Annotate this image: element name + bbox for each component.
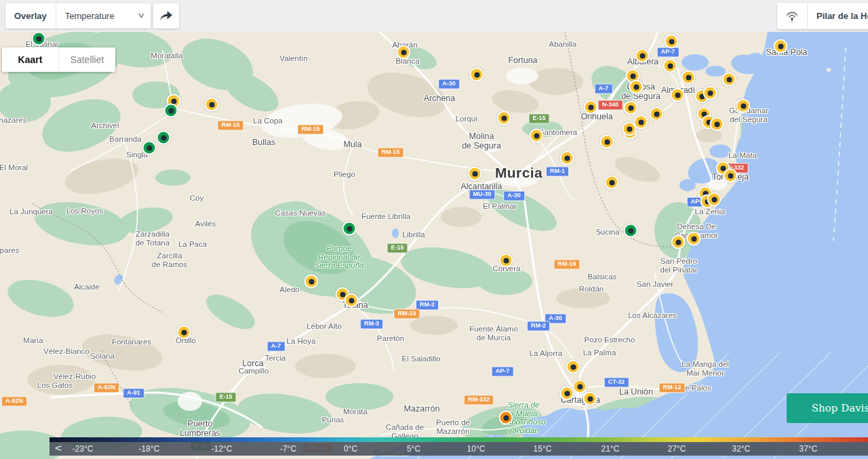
station-marker[interactable] [624, 224, 638, 238]
map-type-map-button[interactable]: Kaart [2, 47, 58, 72]
map-type-satellite-button[interactable]: Satelliet [59, 47, 115, 72]
map-town-label: Sucina [595, 228, 619, 237]
road-badge: N-340 [598, 100, 623, 110]
temperature-gradient [50, 437, 868, 442]
station-marker[interactable] [707, 193, 722, 207]
station-signal-icon [777, 9, 807, 23]
station-marker[interactable] [722, 73, 736, 87]
station-marker[interactable] [663, 59, 677, 73]
station-marker[interactable] [164, 104, 178, 118]
station-marker[interactable] [682, 71, 696, 85]
station-marker[interactable] [560, 386, 574, 401]
station-marker[interactable] [157, 131, 171, 145]
road-badge: AP-7 [492, 366, 514, 376]
station-marker[interactable] [665, 35, 679, 49]
station-marker-dot [501, 115, 507, 121]
station-marker-dot [503, 258, 509, 263]
station-marker[interactable] [566, 360, 580, 374]
station-marker[interactable] [624, 101, 638, 115]
station-marker[interactable] [560, 151, 574, 165]
station-marker-dot [741, 103, 746, 108]
map-town-label: Mazarrón [404, 404, 440, 414]
map-town-label: La Mata [728, 151, 757, 160]
station-marker[interactable] [671, 88, 685, 102]
overlay-dropdown[interactable]: Temperature ˅ [56, 3, 151, 28]
map-town-label: Tercia [265, 354, 286, 363]
chevron-down-icon: ˅ [138, 12, 145, 21]
station-marker-dot [630, 73, 635, 79]
map-town-label: Librilla [402, 231, 425, 239]
station-marker[interactable] [635, 49, 650, 63]
map-town-label: Campillo [239, 367, 269, 376]
overlay-panel: Overlay Temperature ˅ [5, 3, 151, 28]
station-marker[interactable] [629, 80, 644, 94]
station-marker[interactable] [530, 129, 544, 143]
station-marker-dot [347, 226, 352, 231]
temperature-scale-bar: < -23°C-18°C-12°C-7°C0°C5°C10°C15°C21°C2… [50, 437, 868, 456]
station-marker[interactable] [600, 135, 614, 149]
station-marker-dot [503, 415, 509, 420]
station-marker-dot [570, 364, 576, 370]
station-marker[interactable] [497, 111, 511, 125]
map-town-label: La Aljorra [530, 349, 563, 358]
station-marker-dot [604, 139, 610, 144]
station-name: Pilar de la Hora [808, 11, 868, 21]
map-town-label: La Zenia [695, 207, 726, 216]
map-town-label: Valentín [279, 54, 307, 63]
road-badge: A-7 [595, 83, 613, 94]
station-marker[interactable] [710, 117, 724, 132]
station-marker-dot [633, 84, 639, 89]
station-marker[interactable] [205, 98, 219, 112]
station-marker[interactable] [703, 86, 717, 100]
map-town-label: Pozo Estrecho [585, 336, 635, 344]
station-marker-dot [36, 36, 41, 41]
station-marker-dot [181, 330, 186, 335]
map-town-label: Solana [90, 352, 115, 361]
map-town-label: Aledo [279, 285, 299, 294]
temperature-scale-label: 10°C [467, 442, 486, 456]
station-marker[interactable] [499, 254, 513, 268]
station-marker[interactable] [687, 232, 701, 246]
station-marker-dot [686, 75, 691, 80]
scale-back-chevron-icon[interactable]: < [55, 443, 62, 453]
station-marker[interactable] [342, 222, 357, 236]
road-badge: A-7 [267, 341, 285, 351]
station-marker-dot [146, 145, 152, 151]
station-marker[interactable] [724, 169, 738, 183]
station-marker[interactable] [774, 39, 788, 54]
station-marker[interactable] [650, 107, 664, 121]
station-marker[interactable] [583, 392, 597, 406]
station-marker[interactable] [177, 325, 191, 340]
road-badge: RM-12 [658, 382, 685, 393]
share-button[interactable] [153, 3, 179, 28]
map-town-label: Avilés [195, 220, 216, 228]
station-marker[interactable] [736, 99, 751, 113]
shop-davis-button[interactable]: Shop Davis Pro [787, 393, 868, 423]
station-panel[interactable]: Pilar de la Hora [777, 3, 868, 29]
temperature-scale-label: -7°C [280, 442, 296, 456]
station-marker[interactable] [584, 100, 598, 115]
map-town-label: Zarcillade Ramos [152, 252, 187, 269]
station-marker[interactable] [304, 275, 319, 289]
road-badge: RM-15 [217, 120, 243, 130]
station-marker[interactable] [671, 235, 686, 250]
map-town-label: Paretón [377, 334, 404, 343]
map-town-label: San Javier [637, 280, 673, 289]
station-marker[interactable] [623, 122, 637, 136]
temperature-scale-label: -23°C [73, 442, 94, 456]
temperature-scale-label: 21°C [601, 442, 620, 456]
station-marker[interactable] [397, 45, 411, 60]
station-marker[interactable] [32, 32, 46, 46]
station-marker[interactable] [468, 167, 482, 181]
map-town-label: La Palma [583, 348, 616, 357]
station-marker-dot [778, 43, 783, 49]
map[interactable]: El SalinarMoratallaValentínAbaránBlancaA… [0, 0, 868, 459]
station-marker[interactable] [499, 411, 513, 425]
station-marker[interactable] [344, 294, 359, 308]
temperature-scale-label: 5°C [407, 442, 420, 456]
station-marker[interactable] [573, 380, 587, 394]
station-marker[interactable] [470, 68, 484, 82]
station-marker[interactable] [605, 176, 619, 190]
station-marker[interactable] [142, 141, 157, 155]
station-marker-dot [309, 279, 314, 284]
